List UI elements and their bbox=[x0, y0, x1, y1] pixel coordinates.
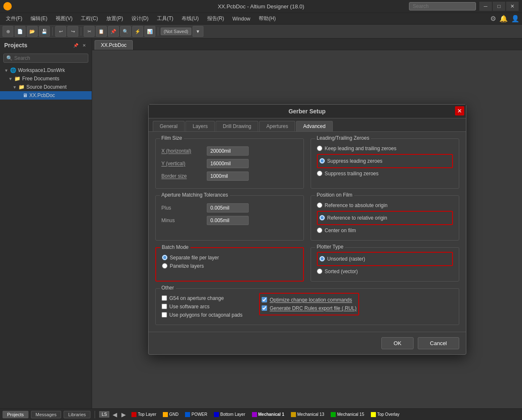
layer-nav-right[interactable]: ▶ bbox=[121, 411, 127, 418]
gnd-label: GND bbox=[169, 412, 178, 417]
separate-file-radio[interactable] bbox=[162, 255, 167, 260]
tab-drill-drawing[interactable]: Drill Drawing bbox=[216, 121, 258, 131]
menu-design[interactable]: 设计(D) bbox=[128, 14, 152, 23]
power-chip[interactable]: POWER bbox=[183, 412, 209, 417]
y-input[interactable] bbox=[207, 159, 249, 168]
minimize-button[interactable]: ─ bbox=[479, 2, 492, 11]
aperture-matching-section: Aperture Matching Tolerances Plus Minus bbox=[155, 195, 304, 241]
cancel-button[interactable]: Cancel bbox=[418, 337, 459, 349]
tree-source-doc[interactable]: ▼ 📁 Source Document bbox=[0, 83, 92, 91]
layer-nav-left[interactable]: ◀ bbox=[112, 411, 118, 418]
software-arcs-checkbox[interactable] bbox=[162, 304, 167, 309]
tab-pcbdoc[interactable]: XX.PcbDoc bbox=[95, 40, 133, 50]
menu-place[interactable]: 放置(P) bbox=[103, 14, 126, 23]
toolbar-btn-5[interactable]: ✂ bbox=[84, 26, 95, 37]
center-film-radio[interactable] bbox=[317, 228, 322, 233]
tab-advanced[interactable]: Advanced bbox=[296, 121, 332, 131]
menu-help[interactable]: 帮助(H) bbox=[255, 14, 279, 23]
close-button[interactable]: ✕ bbox=[506, 2, 519, 11]
relative-origin-radio[interactable] bbox=[319, 215, 325, 220]
dialog-title: Gerber Setup bbox=[288, 108, 326, 115]
toolbar-dropdown[interactable]: ▼ bbox=[193, 26, 203, 37]
menu-project[interactable]: 工程(C) bbox=[77, 14, 101, 23]
keep-zeroes-label: Keep leading and trailing zeroes bbox=[325, 146, 396, 151]
polygons-checkbox[interactable] bbox=[162, 312, 167, 318]
sorted-radio[interactable] bbox=[317, 269, 322, 274]
toolbar-btn-4[interactable]: 💾 bbox=[39, 26, 50, 37]
other-section: Other G54 on aperture change Use softwar… bbox=[155, 288, 459, 325]
bottom-layer-chip[interactable]: Bottom Layer bbox=[212, 412, 247, 417]
keep-zeroes-radio[interactable] bbox=[317, 146, 322, 151]
polygons-label: Use polygons for octagonal pads bbox=[170, 312, 243, 318]
panelize-radio[interactable] bbox=[162, 263, 167, 269]
suppress-trailing-radio[interactable] bbox=[317, 171, 322, 176]
batch-mode-section: Batch Mode Separate file per layer Panel… bbox=[155, 247, 304, 282]
tab-layers[interactable]: Layers bbox=[185, 121, 215, 131]
sidebar-search-box[interactable]: 🔍 bbox=[3, 54, 88, 63]
mech13-chip[interactable]: Mechanical 13 bbox=[289, 412, 326, 417]
toolbar-redo[interactable]: ↪ bbox=[67, 26, 78, 37]
x-input[interactable] bbox=[207, 146, 249, 156]
menu-window[interactable]: Window bbox=[229, 15, 254, 23]
toolbar-btn-2[interactable]: 📄 bbox=[15, 26, 26, 37]
notification-icon[interactable]: 🔔 bbox=[499, 15, 508, 23]
tree-pcbdoc[interactable]: 🖥 XX.PcbDoc bbox=[0, 91, 92, 100]
ls-chip[interactable]: LS bbox=[99, 411, 109, 417]
sidebar-search-input[interactable] bbox=[14, 55, 85, 61]
unsorted-radio[interactable] bbox=[319, 256, 325, 261]
ok-button[interactable]: OK bbox=[381, 337, 414, 349]
maximize-button[interactable]: □ bbox=[493, 2, 505, 11]
suppress-leading-radio[interactable] bbox=[319, 158, 325, 164]
tree-free-docs[interactable]: ▼ 📁 Free Documents bbox=[0, 74, 92, 83]
mech15-chip[interactable]: Mechanical 15 bbox=[329, 412, 366, 417]
film-size-title: Film Size bbox=[160, 135, 184, 141]
tab-apertures[interactable]: Apertures bbox=[259, 121, 295, 131]
tree-workspace[interactable]: ▼ 🌐 Workspace1.DsnWrk bbox=[0, 66, 92, 74]
toolbar-btn-1[interactable]: ⊕ bbox=[3, 26, 13, 37]
menu-tools[interactable]: 工具(T) bbox=[154, 14, 177, 23]
mech1-chip[interactable]: Mechanical 1 bbox=[250, 412, 286, 417]
title-search-input[interactable] bbox=[409, 2, 476, 10]
unsorted-row: Unsorted (raster) bbox=[319, 256, 450, 262]
status-bar: Projects Messages Libraries LS ◀ ▶ Top L… bbox=[0, 408, 522, 420]
border-row: Border size bbox=[162, 172, 298, 181]
plus-input[interactable] bbox=[207, 203, 249, 213]
border-input[interactable] bbox=[207, 172, 249, 181]
toolbar-btn-6[interactable]: 📋 bbox=[96, 26, 107, 37]
toolbar-btn-8[interactable]: 🔍 bbox=[120, 26, 131, 37]
status-tab-libraries[interactable]: Libraries bbox=[64, 411, 90, 418]
user-icon[interactable]: 👤 bbox=[511, 15, 519, 23]
gnd-chip[interactable]: GND bbox=[161, 412, 180, 417]
status-tab-messages[interactable]: Messages bbox=[31, 411, 61, 418]
toolbar-btn-9[interactable]: ⚡ bbox=[132, 26, 143, 37]
menu-file[interactable]: 文件(F) bbox=[3, 14, 26, 23]
sidebar-pin-btn[interactable]: 📌 bbox=[72, 42, 79, 49]
dialog-close-button[interactable]: ✕ bbox=[455, 106, 464, 115]
menu-edit[interactable]: 编辑(E) bbox=[27, 14, 51, 23]
top-layer-chip[interactable]: Top Layer bbox=[129, 412, 158, 417]
mech13-label: Mechanical 13 bbox=[297, 412, 324, 417]
menu-route[interactable]: 布线(U) bbox=[178, 14, 202, 23]
aperture-matching-title: Aperture Matching Tolerances bbox=[160, 192, 230, 198]
top-overlay-chip[interactable]: Top Overlay bbox=[369, 412, 401, 417]
top-overlay-label: Top Overlay bbox=[377, 412, 399, 417]
absolute-origin-label: Reference to absolute origin bbox=[325, 202, 388, 208]
g54-checkbox[interactable] bbox=[162, 295, 167, 301]
toolbar-btn-3[interactable]: 📂 bbox=[27, 26, 38, 37]
absolute-origin-radio[interactable] bbox=[317, 202, 322, 208]
status-tab-projects[interactable]: Projects bbox=[3, 411, 28, 418]
menu-view[interactable]: 视图(V) bbox=[52, 14, 76, 23]
relative-origin-highlight: Reference to relative origin bbox=[317, 211, 453, 225]
tree-arrow-pcb bbox=[17, 93, 21, 98]
toolbar-undo[interactable]: ↩ bbox=[55, 26, 66, 37]
toolbar-btn-10[interactable]: 📊 bbox=[144, 26, 155, 37]
settings-icon[interactable]: ⚙ bbox=[490, 15, 496, 23]
toolbar-btn-7[interactable]: 📌 bbox=[108, 26, 119, 37]
tab-general[interactable]: General bbox=[153, 121, 185, 131]
g54-row: G54 on aperture change bbox=[162, 295, 243, 301]
minus-input[interactable] bbox=[207, 216, 249, 225]
sidebar-close-btn[interactable]: ✕ bbox=[81, 42, 87, 49]
menu-report[interactable]: 报告(R) bbox=[204, 14, 228, 23]
optimize-checkbox[interactable] bbox=[262, 297, 267, 302]
drc-rules-checkbox[interactable] bbox=[262, 305, 267, 311]
